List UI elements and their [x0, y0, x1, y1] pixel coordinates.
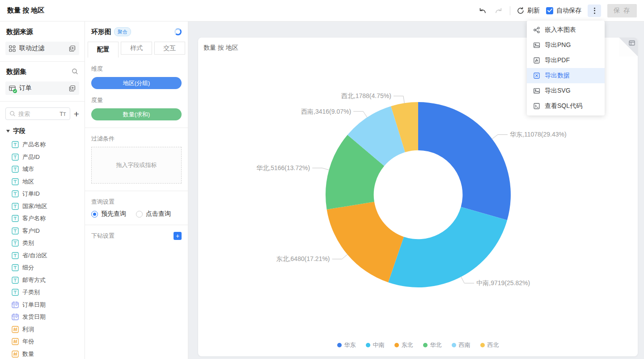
field-item-城市[interactable]: 城市 — [12, 165, 85, 174]
field-item-国家/地区[interactable]: 国家/地区 — [12, 202, 85, 211]
label-line — [461, 277, 474, 283]
field-item-年份[interactable]: 年份 — [12, 337, 85, 346]
add-field-button[interactable]: + — [74, 109, 79, 119]
field-item-订单日期[interactable]: 订单日期 — [12, 300, 85, 309]
menu-item-嵌入本图表[interactable]: 嵌入本图表 — [527, 22, 605, 38]
menu-item-查看SQL代码[interactable]: 查看SQL代码 — [527, 98, 605, 114]
menu-item-导出数据[interactable]: 导出数据 — [527, 68, 605, 83]
menu-item-导出PDF[interactable]: 导出PDF — [527, 53, 605, 68]
fields-section-header[interactable]: 字段 — [0, 127, 85, 135]
dataset-item-orders[interactable]: 订单 — [5, 81, 79, 95]
top-toolbar: 数量 按 地区 刷新 自动保存 保 存 — [0, 0, 644, 21]
field-item-地区[interactable]: 地区 — [12, 177, 85, 186]
redo-icon[interactable] — [494, 6, 504, 16]
chart-legend: 华东中南东北华北西南西北 — [198, 341, 638, 349]
field-text-icon — [12, 239, 19, 247]
measure-pill[interactable]: 数量(求和) — [91, 108, 182, 120]
field-item-子类别[interactable]: 子类别 — [12, 288, 85, 297]
loading-spinner-icon — [174, 28, 182, 35]
field-item-订单ID[interactable]: 订单ID — [12, 189, 85, 198]
pie-slice-东北[interactable] — [327, 202, 404, 282]
legend-item-东北[interactable]: 东北 — [394, 341, 413, 349]
legend-item-华北[interactable]: 华北 — [423, 341, 442, 349]
field-search-box[interactable]: TT — [5, 107, 70, 120]
field-search-input[interactable] — [18, 111, 47, 117]
label-line — [332, 254, 348, 259]
legend-dot-icon — [423, 343, 428, 347]
legend-dot-icon — [452, 343, 456, 347]
check-badge-icon — [13, 89, 17, 93]
field-item-产品ID[interactable]: 产品ID — [12, 153, 85, 162]
field-text-icon — [12, 277, 19, 284]
text-type-filter-icon[interactable]: TT — [59, 111, 66, 117]
switch-icon[interactable] — [69, 85, 76, 92]
tab-配置[interactable]: 配置 — [88, 42, 119, 58]
field-item-产品名称[interactable]: 产品名称 — [12, 140, 85, 149]
autosave-toggle: 自动保存 — [546, 7, 581, 15]
chart-type-label: 环形图 — [91, 28, 111, 36]
slice-label: 西北,1788(4.75%) — [341, 92, 391, 99]
tab-样式[interactable]: 样式 — [121, 42, 152, 55]
refresh-button[interactable]: 刷新 — [517, 7, 540, 15]
menu-item-导出PNG[interactable]: 导出PNG — [527, 38, 605, 53]
field-text-icon — [12, 141, 19, 148]
excel-icon — [533, 72, 540, 79]
field-item-类别[interactable]: 类别 — [12, 239, 85, 248]
field-item-数量[interactable]: 数量 — [12, 350, 85, 359]
section-divider — [85, 191, 188, 191]
pie-slice-华东[interactable] — [418, 102, 511, 220]
refresh-icon — [517, 7, 525, 15]
field-item-省/自治区[interactable]: 省/自治区 — [12, 251, 85, 260]
switch-icon[interactable] — [69, 45, 76, 52]
field-date-icon — [12, 301, 19, 308]
legend-item-华东[interactable]: 华东 — [337, 341, 356, 349]
legend-item-西北[interactable]: 西北 — [480, 341, 499, 349]
filter-label: 过滤条件 — [91, 135, 182, 143]
field-item-发货日期[interactable]: 发货日期 — [12, 312, 85, 321]
menu-item-导出SVG[interactable]: 导出SVG — [527, 83, 605, 98]
field-item-邮寄方式[interactable]: 邮寄方式 — [12, 276, 85, 285]
label-line — [394, 96, 405, 103]
radio-点击查询[interactable]: 点击查询 — [136, 210, 171, 218]
data-sidebar: 数据来源 联动过滤 数据集 订单 — [0, 21, 85, 359]
radio-icon — [136, 211, 143, 218]
undo-icon[interactable] — [478, 6, 487, 16]
label-line — [353, 111, 367, 118]
filter-dropzone[interactable]: 拖入字段或指标 — [91, 147, 182, 184]
field-list: 产品名称产品ID城市地区订单ID国家/地区客户名称客户ID类别省/自治区细分邮寄… — [0, 140, 85, 359]
linked-filter-item[interactable]: 联动过滤 — [5, 42, 79, 55]
field-item-客户名称[interactable]: 客户名称 — [12, 214, 85, 223]
radio-预先查询[interactable]: 预先查询 — [91, 210, 126, 218]
save-button[interactable]: 保 存 — [607, 4, 637, 17]
dataset-search-icon[interactable] — [72, 68, 78, 76]
flip-to-table-corner[interactable] — [619, 38, 638, 56]
aggregate-badge: 聚合 — [114, 27, 131, 36]
kebab-icon — [594, 8, 595, 14]
chevron-down-icon — [6, 130, 10, 132]
legend-dot-icon — [366, 343, 370, 347]
page-title: 数量 按 地区 — [7, 6, 44, 15]
autosave-label: 自动保存 — [556, 7, 581, 15]
pie-slice-中南[interactable] — [388, 207, 507, 287]
autosave-checkbox[interactable] — [546, 7, 553, 14]
share-icon — [533, 26, 540, 34]
more-actions-button[interactable] — [588, 4, 601, 17]
slice-label: 华东,11078(29.43%) — [510, 131, 567, 138]
search-icon — [9, 111, 16, 117]
legend-item-西南[interactable]: 西南 — [452, 341, 470, 349]
field-item-客户ID[interactable]: 客户ID — [12, 227, 85, 235]
field-item-细分[interactable]: 细分 — [12, 263, 85, 272]
query-settings-label: 查询设置 — [91, 198, 182, 206]
field-text-icon — [12, 154, 19, 161]
field-text-icon — [12, 289, 19, 296]
image-icon — [533, 42, 540, 49]
field-text-icon — [12, 215, 19, 222]
drilldown-label: 下钻设置 — [91, 232, 114, 240]
dimension-pill[interactable]: 地区(分组) — [91, 77, 182, 89]
field-item-利润[interactable]: 利润 — [12, 325, 85, 334]
toolbar-actions: 刷新 自动保存 保 存 — [478, 4, 637, 17]
legend-item-中南[interactable]: 中南 — [366, 341, 385, 349]
tab-交互[interactable]: 交互 — [154, 42, 185, 55]
add-drilldown-button[interactable]: + — [174, 232, 182, 240]
query-mode-radios: 预先查询点击查询 — [91, 210, 182, 218]
